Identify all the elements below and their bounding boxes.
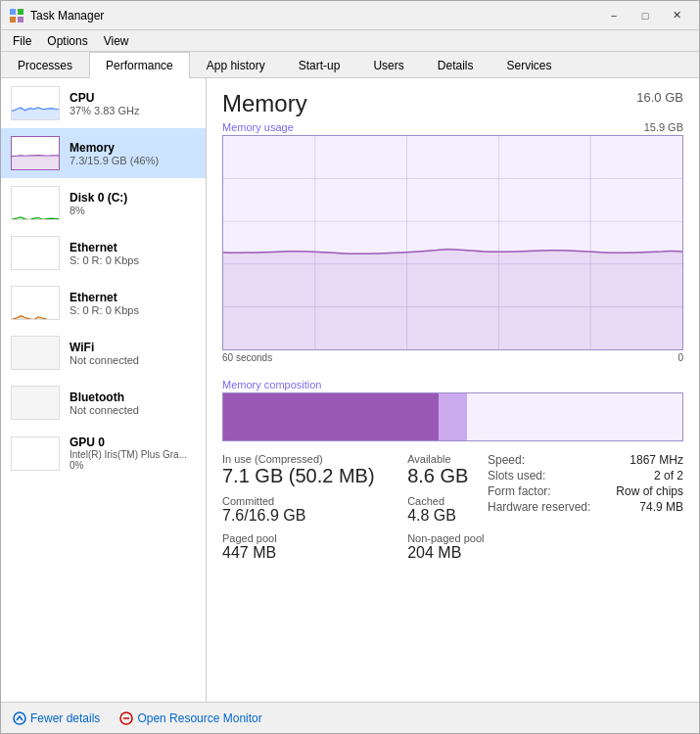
- sidebar-item-wifi[interactable]: WiFi Not connected: [1, 328, 206, 378]
- composition-label: Memory composition: [222, 379, 683, 390]
- menu-view[interactable]: View: [96, 32, 137, 50]
- sidebar-item-bluetooth[interactable]: Bluetooth Not connected: [1, 378, 206, 428]
- speed-value: 1867 MHz: [630, 453, 683, 467]
- stats-section: In use (Compressed) 7.1 GB (50.2 MB) Ava…: [222, 453, 683, 570]
- reserved-label: Hardware reserved:: [488, 500, 590, 514]
- task-manager-window: Task Manager − □ ✕ File Options View Pro…: [0, 0, 700, 734]
- reserved-row: Hardware reserved: 74.9 MB: [488, 500, 683, 514]
- cached-value: 4.8 GB: [407, 507, 488, 525]
- menu-options[interactable]: Options: [39, 32, 95, 50]
- bt-label: Bluetooth: [70, 390, 196, 404]
- main-panel: Memory 16.0 GB Memory usage 15.9 GB: [207, 78, 699, 702]
- sidebar-item-ethernet1[interactable]: Ethernet S: 0 R: 0 Kbps: [1, 228, 206, 278]
- eth2-sparkline-container: [11, 286, 60, 320]
- tab-startup[interactable]: Start-up: [282, 52, 357, 78]
- tab-app-history[interactable]: App history: [190, 52, 282, 78]
- committed-label: Committed: [222, 495, 378, 507]
- wifi-sparkline-container: [11, 336, 60, 370]
- eth2-label: Ethernet: [70, 291, 196, 304]
- minimize-button[interactable]: −: [599, 6, 629, 25]
- window-title: Task Manager: [30, 9, 599, 23]
- eth1-sparkline: [12, 237, 60, 270]
- content-area: CPU 37% 3.83 GHz Memory 7.3/15.9 GB (46%…: [1, 78, 699, 702]
- available-value: 8.6 GB: [407, 465, 488, 487]
- menu-bar: File Options View: [1, 30, 699, 52]
- form-value: Row of chips: [616, 484, 683, 498]
- bt-value: Not connected: [70, 404, 196, 416]
- eth2-sparkline: [12, 287, 60, 320]
- cpu-value: 37% 3.83 GHz: [70, 105, 196, 116]
- slots-label: Slots used:: [488, 469, 545, 482]
- stat-paged-pool: Paged pool 447 MB: [222, 532, 378, 562]
- menu-file[interactable]: File: [5, 32, 39, 50]
- chart-label: Memory usage: [222, 121, 294, 133]
- gpu-sparkline: [12, 437, 60, 471]
- disk-sparkline: [12, 187, 60, 220]
- tab-services[interactable]: Services: [490, 52, 568, 78]
- form-label: Form factor:: [488, 484, 551, 498]
- open-monitor-label: Open Resource Monitor: [137, 711, 261, 725]
- available-label: Available: [407, 453, 488, 465]
- footer: Fewer details Open Resource Monitor: [1, 702, 699, 733]
- tab-details[interactable]: Details: [421, 52, 490, 78]
- composition-bar: [222, 392, 683, 441]
- sidebar: CPU 37% 3.83 GHz Memory 7.3/15.9 GB (46%…: [1, 78, 207, 702]
- gpu-label: GPU 0: [70, 436, 196, 449]
- cached-label: Cached: [407, 495, 488, 507]
- stat-non-paged-pool: Non-paged pool 204 MB: [407, 532, 488, 562]
- reserved-value: 74.9 MB: [639, 500, 683, 514]
- memory-label: Memory: [70, 141, 196, 155]
- cpu-label: CPU: [70, 91, 196, 105]
- svg-rect-1: [18, 9, 23, 15]
- stats-right: Speed: 1867 MHz Slots used: 2 of 2 Form …: [488, 453, 683, 570]
- comp-segment-used: [223, 393, 439, 440]
- app-icon: [9, 8, 24, 23]
- in-use-value: 7.1 GB (50.2 MB): [222, 465, 378, 487]
- wifi-value: Not connected: [70, 354, 196, 366]
- memory-usage-chart: [222, 135, 683, 350]
- sidebar-item-memory[interactable]: Memory 7.3/15.9 GB (46%): [1, 128, 206, 178]
- stat-available: Available 8.6 GB: [407, 453, 488, 487]
- svg-rect-3: [18, 17, 23, 23]
- non-paged-pool-label: Non-paged pool: [407, 532, 488, 544]
- wifi-label: WiFi: [70, 341, 196, 354]
- paged-pool-label: Paged pool: [222, 532, 378, 544]
- sidebar-item-gpu[interactable]: GPU 0 Intel(R) Iris(TM) Plus Gra...0%: [1, 428, 206, 479]
- memory-sparkline-container: [11, 136, 60, 170]
- cpu-sparkline: [12, 87, 60, 120]
- tab-processes[interactable]: Processes: [1, 52, 89, 78]
- chart-max-label: 15.9 GB: [644, 121, 683, 135]
- disk-sparkline-container: [11, 186, 60, 220]
- chart-time-end: 0: [677, 352, 683, 363]
- tab-performance[interactable]: Performance: [89, 52, 190, 78]
- sidebar-item-cpu[interactable]: CPU 37% 3.83 GHz: [1, 78, 206, 128]
- gpu-value: Intel(R) Iris(TM) Plus Gra...0%: [70, 449, 196, 471]
- sidebar-item-ethernet2[interactable]: Ethernet S: 0 R: 0 Kbps: [1, 278, 206, 328]
- fewer-details-link[interactable]: Fewer details: [13, 711, 100, 725]
- svg-rect-2: [10, 17, 16, 23]
- chart-time-start: 60 seconds: [222, 352, 272, 363]
- svg-rect-0: [10, 9, 16, 15]
- open-monitor-link[interactable]: Open Resource Monitor: [119, 711, 261, 725]
- window-controls: − □ ✕: [599, 6, 691, 25]
- monitor-icon: [119, 711, 133, 725]
- maximize-button[interactable]: □: [630, 6, 660, 25]
- stats-left: In use (Compressed) 7.1 GB (50.2 MB) Ava…: [222, 453, 488, 570]
- main-title: Memory: [222, 90, 307, 117]
- eth1-label: Ethernet: [70, 241, 196, 254]
- sidebar-item-disk[interactable]: Disk 0 (C:) 8%: [1, 178, 206, 228]
- bt-sparkline-container: [11, 386, 60, 420]
- eth1-sparkline-container: [11, 236, 60, 270]
- non-paged-pool-value: 204 MB: [407, 544, 488, 562]
- disk-label: Disk 0 (C:): [70, 191, 196, 205]
- close-button[interactable]: ✕: [662, 6, 691, 25]
- comp-segment-compressed: [439, 393, 466, 440]
- stat-committed: Committed 7.6/16.9 GB: [222, 495, 378, 525]
- comp-segment-free: [467, 393, 682, 440]
- tab-users[interactable]: Users: [356, 52, 420, 78]
- chart-time-row: 60 seconds 0: [222, 352, 683, 363]
- memory-chart-section: Memory usage 15.9 GB: [222, 121, 683, 371]
- main-total: 16.0 GB: [636, 90, 683, 105]
- speed-row: Speed: 1867 MHz: [488, 453, 683, 467]
- composition-section: Memory composition: [222, 379, 683, 441]
